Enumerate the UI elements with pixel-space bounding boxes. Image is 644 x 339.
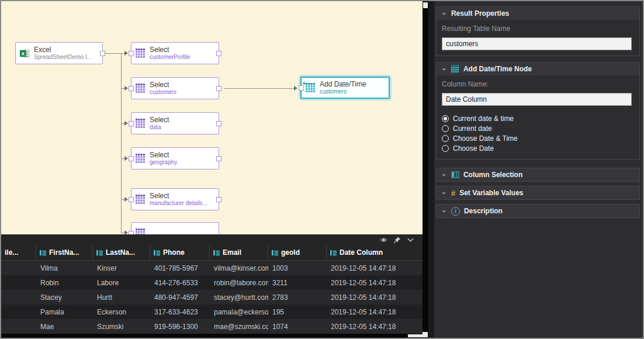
table-row[interactable]: Pamala Eckerson 317-633-4623 pamala@ecke… (1, 305, 423, 319)
select-node-partial[interactable] (131, 222, 219, 234)
cell[interactable]: 401-785-5967 (150, 264, 210, 272)
column-name-input[interactable] (442, 93, 632, 106)
cell[interactable]: 480-947-4597 (150, 293, 210, 302)
column-header-phone[interactable]: Phone (150, 245, 210, 260)
column-type-icon (154, 250, 160, 256)
output-port[interactable] (216, 197, 221, 202)
result-properties-header[interactable]: ⌄ Result Properties (437, 7, 639, 20)
properties-panel: ⌄ Result Properties Resulting Table Name… (434, 1, 643, 338)
column-type-icon (213, 250, 220, 256)
table-row[interactable]: Mae Szumski 919-596-1300 mae@szumski.co … (1, 319, 423, 334)
cell[interactable]: Hurtt (93, 293, 150, 302)
radio-dot-1[interactable] (442, 125, 449, 132)
select-node-data[interactable]: Select data (131, 112, 219, 134)
column-header-label: FirstNa... (49, 248, 79, 257)
cell[interactable]: 414-276-6533 (150, 279, 210, 287)
input-port[interactable] (129, 51, 134, 56)
cell[interactable]: 919-596-1300 (150, 323, 210, 331)
cell[interactable]: Szumski (93, 323, 150, 331)
column-header-datecolumn[interactable]: Date Column (327, 245, 423, 260)
select-node-customers[interactable]: Select customers (131, 77, 219, 99)
cell[interactable]: 1074 (268, 323, 327, 331)
horizontal-scrollbar[interactable] (1, 334, 423, 338)
cell[interactable]: 3211 (268, 279, 327, 287)
radio-option-2[interactable]: Choose Date & Time (442, 133, 634, 143)
column-type-icon (40, 250, 46, 256)
column-header-email[interactable]: Email (210, 245, 268, 260)
output-port[interactable] (216, 156, 221, 161)
horizontal-scrollbar-thumb[interactable] (408, 334, 423, 337)
vertical-scrollbar-thumb[interactable] (423, 2, 428, 8)
input-port[interactable] (129, 121, 134, 126)
cell[interactable]: 2019-12-05 14:47:18 (327, 323, 423, 331)
cell[interactable]: 2019-12-05 14:47:18 (327, 279, 423, 287)
cell[interactable]: Mae (36, 323, 93, 331)
column-header-geoid[interactable]: geold (268, 245, 327, 260)
output-port[interactable] (100, 51, 105, 56)
eye-icon[interactable] (380, 236, 387, 244)
table-row[interactable]: Stacey Hurtt 480-947-4597 stacey@hurtt.c… (1, 290, 423, 305)
radio-dot-3[interactable] (442, 145, 449, 152)
node-subtitle: SpreadSheetDemo I... (34, 54, 92, 60)
vertical-scrollbar[interactable] (423, 1, 428, 338)
pin-icon[interactable] (393, 236, 401, 244)
cell[interactable]: robin@labore.com (210, 279, 268, 287)
cell[interactable]: pamala@eckerson (210, 308, 268, 316)
resulting-table-name-input[interactable] (442, 37, 632, 50)
cell[interactable]: mae@szumski.co (210, 323, 268, 331)
cell[interactable]: Labore (93, 279, 150, 287)
radio-dot-0[interactable] (442, 115, 449, 122)
connector-arrow (124, 156, 128, 161)
cell[interactable]: Vilma (36, 264, 93, 272)
cell[interactable]: Eckerson (93, 308, 150, 316)
radio-dot-2[interactable] (442, 135, 449, 142)
radio-option-0[interactable]: Current date & time (442, 113, 634, 123)
column-header-firstname[interactable]: FirstNa... (36, 245, 93, 260)
table-row[interactable]: Robin Labore 414-276-6533 robin@labore.c… (1, 275, 423, 290)
cell[interactable]: vilma@kinser.com (210, 264, 268, 272)
radio-option-1[interactable]: Current date (442, 123, 634, 133)
node-title: Excel (34, 46, 92, 54)
column-header-file[interactable]: ile... (1, 245, 36, 260)
select-grid-icon (136, 84, 146, 94)
set-variable-values-header[interactable]: ⌄ # Set Variable Values (437, 186, 639, 199)
cell[interactable]: 317-633-4623 (150, 308, 210, 316)
cell[interactable]: 1003 (268, 264, 327, 272)
select-node-manufacturer-details[interactable]: Select manufacturer details... (131, 188, 219, 210)
chevron-down-icon[interactable] (407, 236, 414, 244)
excel-source-node[interactable]: Excel SpreadSheetDemo I... (15, 42, 103, 64)
cell[interactable]: Robin (36, 279, 93, 287)
add-datetime-node[interactable]: + Add Date/Time customers (300, 77, 390, 99)
column-type-icon (96, 250, 103, 256)
cell[interactable]: Stacey (36, 293, 93, 302)
select-node-geography[interactable]: Select geography (131, 147, 219, 170)
output-port[interactable] (216, 51, 221, 56)
table-row[interactable]: Vilma Kinser 401-785-5967 vilma@kinser.c… (1, 261, 423, 275)
output-port[interactable] (216, 86, 221, 91)
input-port[interactable] (129, 86, 134, 91)
output-port[interactable] (216, 121, 221, 126)
column-selection-header[interactable]: ⌄ Column Selection (437, 168, 639, 181)
hash-icon: # (451, 189, 455, 198)
column-header-label: ile... (5, 248, 18, 257)
cell[interactable]: 2019-12-05 14:47:18 (327, 264, 423, 272)
select-node-customerprofile[interactable]: Select customerProfile (131, 42, 219, 64)
cell[interactable]: 2783 (268, 293, 327, 302)
cell[interactable]: stacey@hurtt.com (210, 293, 268, 302)
connector-arrow (124, 197, 128, 202)
add-datetime-header[interactable]: ⌄ Add Date/Time Node (437, 63, 639, 75)
dataflow-canvas[interactable]: Excel SpreadSheetDemo I... Select custom… (1, 1, 423, 234)
preview-toolbar (1, 234, 423, 245)
cell[interactable]: Kinser (93, 264, 150, 272)
column-type-icon (272, 250, 278, 256)
column-header-lastname[interactable]: LastNa... (93, 245, 150, 260)
cell[interactable]: Pamala (36, 308, 93, 316)
input-port[interactable] (129, 197, 134, 202)
cell[interactable]: 195 (268, 308, 327, 316)
cell[interactable]: 2019-12-05 14:47:18 (327, 293, 423, 302)
radio-label: Choose Date & Time (453, 134, 518, 143)
input-port[interactable] (129, 156, 134, 161)
description-header[interactable]: ⌄ i Description (437, 205, 639, 217)
radio-option-3[interactable]: Choose Date (442, 143, 634, 153)
cell[interactable]: 2019-12-05 14:47:18 (327, 308, 423, 316)
